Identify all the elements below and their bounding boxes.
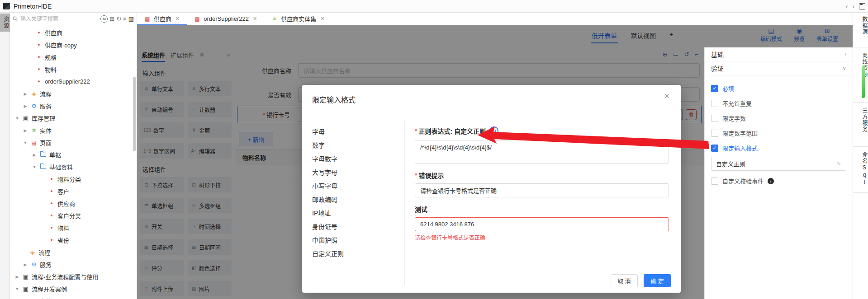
section-validate[interactable]: 验证 ∨ xyxy=(705,61,853,75)
close-tab-icon[interactable]: ✕ xyxy=(253,16,257,22)
module-icon: ▣ xyxy=(22,286,29,292)
tree-item[interactable]: ▼▤页面 xyxy=(10,136,137,149)
caret-right-icon[interactable]: ▶ xyxy=(23,262,28,267)
preset-lowercase[interactable]: 小写字母 xyxy=(312,179,404,192)
nav-back-icon[interactable]: ‹ xyxy=(846,3,848,10)
preset-custom-regex[interactable]: 自定义正则 xyxy=(312,247,404,260)
caret-down-icon[interactable]: ▼ xyxy=(14,116,20,121)
test-input[interactable]: 6214 9802 3416 876 xyxy=(415,217,669,231)
nav-forward-icon[interactable]: › xyxy=(852,3,854,10)
tree-item[interactable]: ▼▣流程开发案例 xyxy=(10,283,137,295)
tree-item[interactable]: ●供应商-copy xyxy=(10,39,137,51)
dock-tab-named-sql[interactable]: 命名Sql xyxy=(853,152,868,186)
modal-backdrop xyxy=(137,25,853,47)
close-tab-icon[interactable]: ✕ xyxy=(320,16,324,22)
preset-china-passport[interactable]: 中国护照 xyxy=(312,233,404,247)
caret-right-icon[interactable]: ▶ xyxy=(32,153,37,157)
checkbox-limit-number-range[interactable]: 限定数字范围 xyxy=(711,126,846,140)
caret-right-icon[interactable]: ▶ xyxy=(23,104,28,108)
tab-supplier-entity-set[interactable]: ≡ 供应商实体集 ✕ xyxy=(264,13,332,25)
app-title: Primeton-IDE xyxy=(14,3,52,10)
regex-type-input[interactable]: 自定义正则✎ xyxy=(711,157,846,171)
tree-item[interactable]: ▶◈流程 xyxy=(10,88,137,100)
activity-tab-resources[interactable]: 资源 xyxy=(0,14,10,32)
dock-tab-datasource[interactable]: 数据源 xyxy=(853,16,868,35)
tree-item[interactable]: ●物料分类 xyxy=(10,173,137,185)
tab-ordersupplier222[interactable]: ▤ orderSupplier222 ✕ xyxy=(187,13,264,25)
collapse-list-icon[interactable]: ≡ xyxy=(123,16,127,22)
search-input[interactable] xyxy=(19,15,99,23)
preset-digits[interactable]: 数字 xyxy=(312,138,404,152)
tree-item[interactable]: ●省份 xyxy=(10,234,137,246)
database-icon: ≡ xyxy=(271,16,278,22)
checkbox-icon[interactable] xyxy=(711,130,718,137)
app-window: Primeton-IDE ‹ › 资源 AI ⊞ ↻ ≡ ▥ ●供应商 ●供应商… xyxy=(0,0,868,299)
editor-tab-bar: ▤ 供应商 ✕ ▤ orderSupplier222 ✕ ≡ 供应商实体集 ✕ xyxy=(137,13,853,25)
checkbox-limit-input-format[interactable]: ✓限定输入格式 xyxy=(711,140,846,155)
tree-item[interactable]: ●orderSupplier222 xyxy=(10,75,137,88)
tree-item[interactable]: ●客户分类 xyxy=(10,210,137,222)
tree-item[interactable]: ▼▣库存管理 xyxy=(10,112,137,124)
confirm-button[interactable]: 确 定 xyxy=(644,274,671,287)
save-icon[interactable] xyxy=(859,3,865,9)
copy-doc-icon[interactable]: ▥ xyxy=(128,16,134,22)
section-basic[interactable]: 基础 › xyxy=(705,47,853,61)
tree-item[interactable]: ●物料 xyxy=(10,222,137,234)
checkbox-icon[interactable]: ✓ xyxy=(711,85,718,92)
caret-right-icon[interactable]: ▶ xyxy=(23,128,28,133)
preset-ip-address[interactable]: IP地址 xyxy=(312,206,404,220)
preset-letters[interactable]: 字母 xyxy=(312,125,404,138)
tree-item[interactable]: ●规格 xyxy=(10,51,137,63)
tab-supplier[interactable]: ▤ 供应商 ✕ xyxy=(137,13,187,25)
tree-scrollbar[interactable] xyxy=(133,77,136,151)
properties-panel: 基础 › 验证 ∨ ✓必填 不允许重复 限定字数 限定数字范围 ✓限定输入格式 … xyxy=(704,47,853,299)
tree-item[interactable]: ▶≡实体 xyxy=(10,295,137,299)
tree-item[interactable]: ▶▣流程-业务流程配置与使用 xyxy=(10,271,137,283)
checkbox-limit-length[interactable]: 限定字数 xyxy=(711,111,846,126)
caret-right-icon[interactable]: ▶ xyxy=(14,275,20,279)
tree-item[interactable]: ●客户 xyxy=(10,185,137,197)
tree-item[interactable]: ●物料 xyxy=(10,63,137,75)
tree-item[interactable]: ◈流程 xyxy=(10,246,137,258)
dock-tab-offline-resources[interactable]: 离线资源 xyxy=(853,52,868,78)
checkbox-no-duplicate[interactable]: 不允许重复 xyxy=(711,96,846,111)
caret-down-icon[interactable]: ▼ xyxy=(14,287,20,291)
tree-item[interactable]: ▼基础资料 xyxy=(10,161,137,173)
tree-item[interactable]: ●供应商 xyxy=(10,27,137,39)
tree-item[interactable]: ▶单据 xyxy=(10,149,137,161)
checkbox-required[interactable]: ✓必填 xyxy=(711,81,846,96)
required-asterisk: * xyxy=(415,127,417,135)
caret-right-icon[interactable]: ▶ xyxy=(23,92,28,96)
checkbox-icon[interactable] xyxy=(711,178,718,185)
preset-alphanumeric[interactable]: 字母数字 xyxy=(312,152,404,165)
error-hint-input[interactable]: 请检查银行卡号格式是否正确 xyxy=(415,183,669,197)
regex-textarea[interactable]: /^\d{4}\s\d{4}\s\d{4}\s\d{4}$/ xyxy=(415,140,669,164)
refresh-icon[interactable]: ↻ xyxy=(116,16,121,22)
dock-tab-third-party-services[interactable]: 三方服务 xyxy=(853,107,868,133)
cancel-button[interactable]: 取 消 xyxy=(611,274,638,287)
preset-uppercase[interactable]: 大写字母 xyxy=(312,165,404,179)
close-icon[interactable]: ✕ xyxy=(664,92,670,100)
tree-item[interactable]: ▶⚙服务 xyxy=(10,258,137,271)
checkbox-custom-validate-event[interactable]: 自定义校验事件i xyxy=(711,173,846,188)
tree-item[interactable]: ▶⚙服务 xyxy=(10,100,137,112)
checkbox-icon[interactable] xyxy=(711,115,718,122)
close-tab-icon[interactable]: ✕ xyxy=(175,16,180,22)
tree-item[interactable]: ●供应商 xyxy=(10,197,137,210)
divider xyxy=(853,47,868,47)
tree-item[interactable]: ▶≡实体 xyxy=(10,124,137,136)
checkbox-icon[interactable] xyxy=(711,100,718,107)
preset-id-number[interactable]: 身份证号 xyxy=(312,220,404,233)
dock-scrollbar[interactable] xyxy=(862,65,865,98)
add-box-icon[interactable]: ⊞ xyxy=(109,16,114,22)
checkbox-icon[interactable]: ✓ xyxy=(711,145,718,152)
ai-generate-icon[interactable]: AI xyxy=(489,126,498,135)
gear-icon: ⚙ xyxy=(30,262,38,267)
ai-assist-icon[interactable]: AI xyxy=(100,15,108,23)
caret-down-icon[interactable]: ▼ xyxy=(32,165,37,169)
dot-icon: ● xyxy=(35,43,43,47)
preset-postal-code[interactable]: 邮政编码 xyxy=(312,192,404,206)
dot-icon: ● xyxy=(48,214,55,218)
pencil-icon[interactable]: ✎ xyxy=(837,161,841,167)
caret-down-icon[interactable]: ▼ xyxy=(23,140,28,145)
